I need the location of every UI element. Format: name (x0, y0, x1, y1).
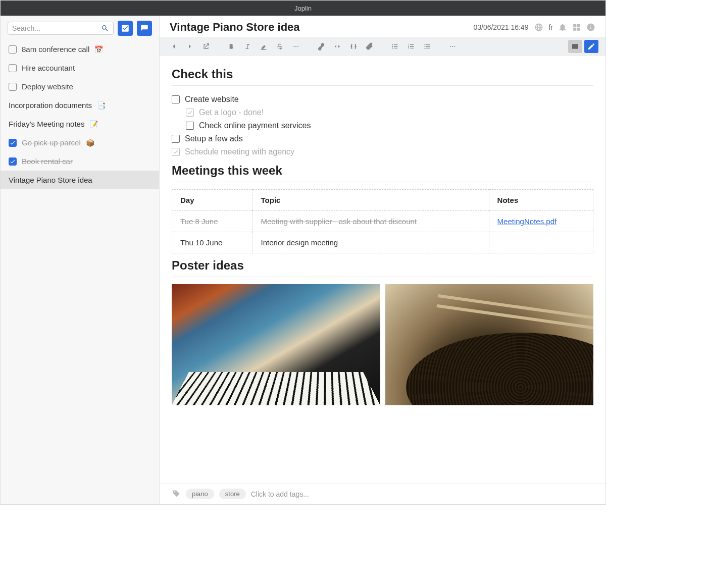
more-format-button[interactable] (289, 40, 303, 53)
svg-point-3 (392, 44, 393, 45)
tag-icon (172, 490, 181, 499)
braces-icon (349, 42, 358, 50)
search-input[interactable] (12, 24, 101, 32)
sidebar-item-label: Hire accountant (22, 64, 75, 72)
editor-toggle[interactable] (584, 40, 598, 53)
more-button[interactable] (445, 40, 460, 53)
checkbox-checked-icon[interactable] (9, 139, 17, 147)
checkbox-icon[interactable] (172, 95, 180, 103)
svg-point-6 (450, 46, 451, 47)
language-label[interactable]: fr (548, 23, 553, 31)
check-item[interactable]: Setup a few ads (172, 132, 593, 145)
sidebar-item-pickup-parcel[interactable]: Go pick up parcel 📦 (1, 133, 159, 152)
content-pane: Vintage Piano Store idea 03/06/2021 16:4… (160, 16, 605, 504)
table-row: Thu 10 June Interior design meeting (172, 232, 593, 253)
sidebar-item-book-car[interactable]: Book rental car (1, 152, 159, 171)
package-icon: 📦 (86, 139, 94, 147)
poster-image-vinyl[interactable] (385, 284, 594, 405)
bold-icon (227, 42, 235, 50)
link-button[interactable] (314, 40, 328, 53)
number-list-button[interactable] (404, 40, 418, 53)
table-cell: Meeting with supplier - ask about that d… (261, 217, 417, 226)
attach-button[interactable] (363, 40, 377, 53)
checkbox-icon[interactable] (9, 83, 17, 91)
table-cell: Interior design meeting (252, 232, 489, 253)
checkbox-checked-icon[interactable] (172, 148, 180, 156)
sidebar-item-label: Book rental car (22, 157, 73, 166)
back-button[interactable] (167, 40, 181, 53)
checkbox-icon[interactable] (186, 122, 194, 130)
bell-icon[interactable] (558, 23, 567, 32)
checkbox-checked-icon[interactable] (9, 157, 17, 166)
external-link-button[interactable] (199, 40, 213, 53)
sidebar-item-conference-call[interactable]: 8am conference call 📅 (1, 40, 159, 59)
check-label: Check online payment services (199, 121, 311, 130)
tag-pill[interactable]: piano (186, 489, 214, 499)
chevron-left-icon (170, 42, 178, 50)
attachment-link[interactable]: MeetingNotes.pdf (497, 217, 557, 226)
poster-image-piano[interactable] (172, 284, 380, 405)
external-link-icon (202, 42, 210, 50)
highlight-button[interactable] (257, 40, 271, 53)
check-label: Setup a few ads (185, 134, 243, 143)
poster-row (172, 284, 593, 405)
check-item[interactable]: Schedule meeting with agency (172, 145, 593, 158)
sidebar-item-label: Deploy website (22, 82, 73, 91)
heading-poster-ideas: Poster ideas (172, 258, 593, 273)
italic-button[interactable] (240, 40, 255, 53)
sidebar-item-label: Vintage Piano Store idea (9, 176, 92, 184)
check-item[interactable]: Get a logo - done! (172, 106, 593, 119)
bold-button[interactable] (224, 40, 238, 53)
new-note-button[interactable] (137, 21, 152, 36)
sidebar-item-meeting-notes[interactable]: Friday's Meeting notes 📝 (1, 115, 159, 133)
info-icon[interactable] (586, 23, 595, 32)
sidebar-item-incorporation[interactable]: Incorporation documents 📑 (1, 96, 159, 115)
check-item[interactable]: Check online payment services (172, 119, 593, 132)
note-body[interactable]: Check this Create website Get a logo - d… (160, 56, 605, 483)
layout-icon[interactable] (572, 23, 581, 32)
code-block-button[interactable] (346, 40, 361, 53)
search-box[interactable] (8, 22, 114, 35)
note-date: 03/06/2021 16:49 (473, 23, 528, 31)
memo-icon: 📝 (89, 120, 98, 128)
paperclip-icon (366, 42, 374, 50)
svg-point-0 (293, 46, 294, 47)
note-header: Vintage Piano Store idea 03/06/2021 16:4… (160, 16, 605, 37)
bullet-list-icon (391, 42, 399, 50)
sidebar-item-deploy-website[interactable]: Deploy website (1, 77, 159, 96)
sidebar-item-vintage-piano[interactable]: Vintage Piano Store idea (1, 171, 159, 189)
heading-check-this: Check this (172, 67, 593, 81)
svg-point-8 (454, 46, 455, 47)
markdown-icon (571, 42, 579, 50)
checkbox-icon[interactable] (9, 45, 17, 54)
chevron-right-icon (186, 42, 194, 50)
toggle-todo-button[interactable] (118, 21, 133, 36)
markdown-toggle[interactable] (568, 40, 582, 53)
checkbox-icon[interactable] (9, 64, 17, 72)
divider (172, 277, 593, 277)
check-list-button[interactable] (420, 40, 434, 53)
checkbox-checked-icon[interactable] (186, 109, 194, 117)
bullet-list-button[interactable] (388, 40, 402, 53)
sidebar: 8am conference call 📅 Hire accountant De… (1, 16, 160, 504)
add-tags-button[interactable]: Click to add tags... (251, 490, 309, 498)
tag-pill[interactable]: store (219, 489, 246, 499)
svg-point-7 (452, 46, 453, 47)
strikethrough-icon (276, 42, 284, 50)
check-item[interactable]: Create website (172, 93, 593, 106)
forward-button[interactable] (183, 40, 197, 53)
table-cell (489, 232, 593, 253)
heading-meetings: Meetings this week (172, 164, 593, 178)
table-header: Day (172, 190, 253, 211)
highlight-icon (260, 42, 268, 50)
globe-icon[interactable] (534, 23, 543, 32)
code-button[interactable] (330, 40, 344, 53)
note-title[interactable]: Vintage Piano Store idea (170, 21, 467, 34)
search-icon (101, 24, 109, 32)
sidebar-item-hire-accountant[interactable]: Hire accountant (1, 59, 159, 77)
edit-icon (587, 42, 595, 50)
document-icon: 📑 (97, 101, 106, 110)
checkbox-icon[interactable] (172, 135, 180, 143)
editor-toolbar (160, 37, 605, 56)
strikethrough-button[interactable] (273, 40, 287, 53)
